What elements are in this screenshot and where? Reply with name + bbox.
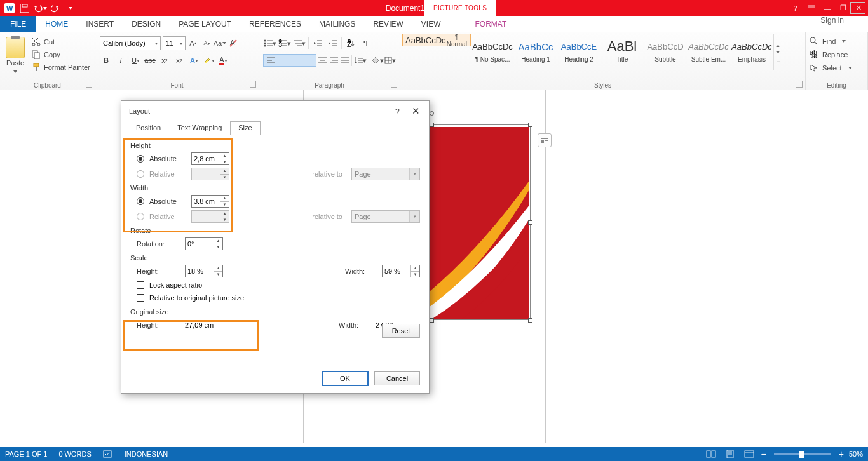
dialog-tab-position[interactable]: Position [128, 121, 169, 135]
signin-link[interactable]: Sign in [820, 16, 844, 25]
numbering-button[interactable]: 123▾ [278, 36, 292, 50]
style-emphasis[interactable]: AaBbCcDcEmphasis [730, 34, 773, 70]
subscript-button[interactable]: x2 [158, 53, 171, 67]
ok-button[interactable]: OK [322, 371, 368, 385]
print-layout-icon[interactable] [723, 447, 737, 461]
dialog-close-icon[interactable]: ✕ [412, 105, 420, 117]
zoom-in-button[interactable]: + [839, 449, 844, 459]
styles-more-button[interactable]: ▲▼⎯ [773, 34, 782, 70]
height-absolute-input[interactable]: 2,8 cm▲▼ [191, 152, 229, 165]
tab-view[interactable]: VIEW [412, 16, 450, 32]
reset-button[interactable]: Reset [382, 324, 420, 338]
style-subtitle[interactable]: AaBbCcDSubtitle [644, 34, 687, 70]
save-icon[interactable] [18, 1, 32, 15]
italic-button[interactable]: I [114, 53, 127, 67]
resize-handle-se[interactable] [528, 318, 532, 323]
find-button[interactable]: Find [810, 34, 865, 48]
highlight-button[interactable]: ▾ [202, 53, 215, 67]
align-center-button[interactable] [317, 53, 328, 67]
scale-width-input[interactable]: 59 %▲▼ [382, 265, 420, 277]
tab-design[interactable]: DESIGN [123, 16, 170, 32]
strikethrough-button[interactable]: abc [144, 53, 156, 67]
dialog-titlebar[interactable]: Layout ? ✕ [121, 101, 429, 121]
lock-aspect-checkbox[interactable] [137, 281, 144, 289]
web-layout-icon[interactable] [742, 447, 756, 461]
help-button[interactable]: ? [787, 1, 803, 15]
tab-page-layout[interactable]: PAGE LAYOUT [170, 16, 240, 32]
tab-mailings[interactable]: MAILINGS [310, 16, 364, 32]
font-color-button[interactable]: A▾ [217, 53, 229, 67]
width-absolute-radio[interactable] [137, 197, 144, 205]
height-relative-radio[interactable] [137, 170, 144, 178]
style-no-spacing[interactable]: AaBbCcDc¶ No Spac... [471, 34, 514, 70]
tab-home[interactable]: HOME [36, 16, 77, 32]
dialog-tab-size[interactable]: Size [230, 121, 260, 135]
resize-handle-s[interactable] [430, 318, 434, 323]
proofing-icon[interactable] [103, 450, 113, 458]
format-painter-button[interactable]: Format Painter [32, 61, 90, 74]
language-indicator[interactable]: INDONESIAN [125, 450, 168, 458]
restore-button[interactable]: ❐ [835, 1, 851, 15]
style-heading1[interactable]: AaBbCcHeading 1 [514, 34, 557, 70]
layout-options-button[interactable] [538, 133, 552, 147]
multilevel-button[interactable]: ▾ [292, 36, 306, 50]
zoom-out-button[interactable]: − [761, 449, 766, 459]
style-heading2[interactable]: AaBbCcEHeading 2 [557, 34, 600, 70]
select-button[interactable]: Select [810, 61, 865, 74]
tab-file[interactable]: FILE [0, 16, 36, 32]
dialog-tab-text-wrapping[interactable]: Text Wrapping [169, 121, 230, 135]
zoom-value[interactable]: 50% [849, 450, 863, 458]
width-relative-radio[interactable] [137, 213, 144, 220]
page-indicator[interactable]: PAGE 1 OF 1 [5, 450, 47, 458]
font-name-combo[interactable]: Calibri (Body)▾ [100, 36, 161, 50]
copy-button[interactable]: Copy [32, 48, 90, 61]
resize-handle-e[interactable] [528, 220, 532, 225]
line-spacing-button[interactable]: ▾ [354, 53, 367, 67]
shading-button[interactable]: ▾ [371, 53, 384, 67]
bold-button[interactable]: B [100, 53, 112, 67]
cut-button[interactable]: Cut [32, 36, 90, 48]
style-title[interactable]: AaBlTitle [600, 34, 644, 70]
change-case-icon[interactable]: Aa [214, 36, 226, 50]
grow-font-icon[interactable]: A▴ [187, 36, 199, 50]
minimize-button[interactable]: — [819, 1, 835, 15]
tab-review[interactable]: REVIEW [364, 16, 412, 32]
tab-insert[interactable]: INSERT [77, 16, 123, 32]
dialog-help-icon[interactable]: ? [395, 107, 400, 116]
align-left-button[interactable] [263, 54, 316, 67]
read-mode-icon[interactable] [704, 447, 718, 461]
show-marks-button[interactable]: ¶ [358, 36, 372, 50]
resize-handle-n[interactable] [430, 123, 434, 127]
underline-button[interactable]: U▾ [129, 53, 142, 67]
bullets-button[interactable]: ▾ [263, 36, 277, 50]
rotation-input[interactable]: 0°▲▼ [185, 237, 223, 250]
clear-format-icon[interactable]: A [227, 36, 239, 50]
word-icon[interactable]: W [3, 1, 17, 15]
word-count[interactable]: 0 WORDS [58, 450, 91, 458]
width-absolute-input[interactable]: 3.8 cm▲▼ [191, 195, 229, 208]
replace-button[interactable]: abacReplace [810, 48, 865, 61]
font-size-combo[interactable]: 11▾ [163, 36, 186, 50]
borders-button[interactable]: ▾ [384, 53, 396, 67]
superscript-button[interactable]: x2 [173, 53, 186, 67]
styles-launcher-icon[interactable] [796, 81, 803, 88]
align-right-button[interactable] [328, 53, 339, 67]
tab-references[interactable]: REFERENCES [240, 16, 310, 32]
paragraph-launcher-icon[interactable] [391, 81, 397, 88]
justify-button[interactable] [339, 53, 350, 67]
style-normal[interactable]: AaBbCcDc¶ Normal [402, 34, 471, 46]
height-absolute-radio[interactable] [137, 155, 144, 163]
increase-indent-button[interactable] [325, 36, 339, 50]
shrink-font-icon[interactable]: A▾ [201, 36, 212, 50]
text-effects-button[interactable]: A▾ [187, 53, 200, 67]
style-subtle-em[interactable]: AaBbCcDcSubtle Em... [687, 34, 730, 70]
sort-button[interactable]: AZ [344, 36, 358, 50]
clipboard-launcher-icon[interactable] [86, 81, 92, 88]
tab-format[interactable]: FORMAT [466, 16, 515, 32]
cancel-button[interactable]: Cancel [374, 371, 420, 385]
zoom-slider[interactable] [774, 453, 831, 455]
ribbon-display-icon[interactable] [803, 1, 819, 15]
resize-handle-ne[interactable] [528, 123, 532, 127]
qat-customize-icon[interactable] [64, 1, 78, 15]
relative-original-checkbox[interactable] [137, 294, 144, 302]
